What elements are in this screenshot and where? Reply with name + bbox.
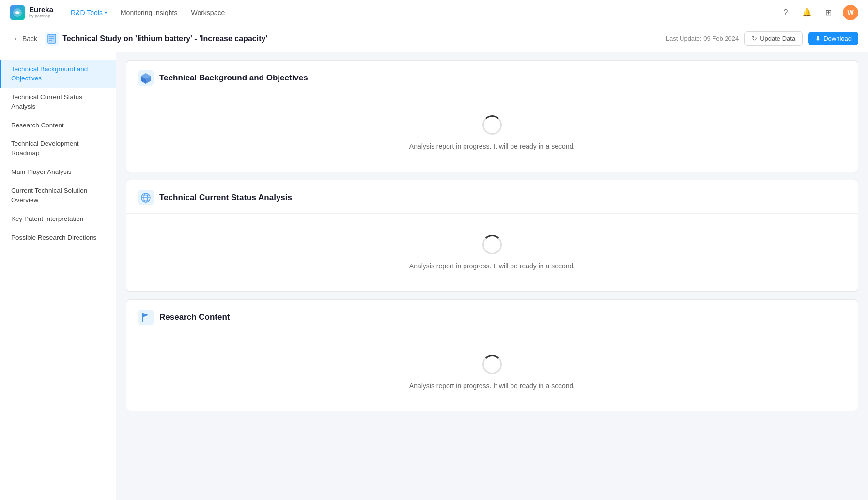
section-technical-background: Technical Background and Objectives Anal…: [126, 60, 858, 172]
sidebar-item-possible-research[interactable]: Possible Research Directions: [0, 229, 116, 248]
section-body-technical-background: Analysis report in progress. It will be …: [126, 94, 858, 172]
sidebar-item-tech-bg[interactable]: Technical Background and Objectives: [0, 60, 116, 88]
logo-title: Eureka: [29, 6, 53, 14]
download-button[interactable]: ⬇ Download: [808, 32, 858, 45]
nav-rd-tools[interactable]: R&D Tools ▾: [65, 6, 113, 19]
page-title: Technical Study on 'lithium battery' - '…: [62, 34, 666, 43]
sidebar-item-current-tech-solution[interactable]: Current Technical Solution Overview: [0, 182, 116, 210]
section-title-technical-current-status: Technical Current Status Analysis: [159, 193, 292, 203]
loading-text-2: Analysis report in progress. It will be …: [409, 262, 575, 270]
main-content: Technical Background and Objectives Anal…: [116, 52, 868, 500]
sub-header: ← Back Technical Study on 'lithium batte…: [0, 25, 868, 52]
svg-rect-18: [138, 310, 154, 325]
sidebar: Technical Background and Objectives Tech…: [0, 52, 116, 500]
loading-spinner-2: [482, 235, 502, 254]
download-icon: ⬇: [815, 35, 821, 42]
loading-text-3: Analysis report in progress. It will be …: [409, 382, 575, 390]
sidebar-item-key-patent[interactable]: Key Patent Interpretation: [0, 210, 116, 229]
loading-spinner-3: [482, 355, 502, 374]
main-layout: Technical Background and Objectives Tech…: [0, 52, 868, 500]
bell-icon[interactable]: 🔔: [800, 6, 814, 19]
sidebar-item-main-player[interactable]: Main Player Analysis: [0, 163, 116, 182]
section-research-content: Research Content Analysis report in prog…: [126, 299, 858, 411]
header-actions: Last Update: 09 Feb 2024 ↻ Update Data ⬇…: [666, 31, 858, 46]
flag-icon: [138, 310, 154, 325]
section-body-research-content: Analysis report in progress. It will be …: [126, 333, 858, 411]
loading-text-1: Analysis report in progress. It will be …: [409, 142, 575, 150]
nav-links: R&D Tools ▾ Monitoring Insights Workspac…: [65, 6, 779, 19]
last-update-text: Last Update: 09 Feb 2024: [666, 35, 739, 42]
refresh-icon: ↻: [752, 35, 757, 42]
section-title-technical-background: Technical Background and Objectives: [159, 73, 308, 83]
back-button[interactable]: ← Back: [10, 33, 41, 45]
loading-spinner-1: [482, 115, 502, 135]
nav-workspace[interactable]: Workspace: [185, 6, 231, 19]
sidebar-item-tech-dev[interactable]: Technical Development Roadmap: [0, 135, 116, 163]
section-body-technical-current-status: Analysis report in progress. It will be …: [126, 214, 858, 291]
nav-right-actions: ? 🔔 ⊞ W: [779, 5, 858, 20]
back-arrow-icon: ←: [14, 35, 20, 43]
section-header-technical-background: Technical Background and Objectives: [126, 61, 858, 94]
nav-monitoring-insights[interactable]: Monitoring Insights: [115, 6, 184, 19]
app-logo[interactable]: Eureka by patsnap: [10, 5, 53, 20]
globe-icon: [138, 190, 154, 205]
3d-box-icon: [138, 70, 154, 86]
section-header-research-content: Research Content: [126, 300, 858, 333]
sidebar-item-research-content[interactable]: Research Content: [0, 116, 116, 135]
logo-icon: [10, 5, 25, 20]
update-data-button[interactable]: ↻ Update Data: [744, 31, 803, 46]
sidebar-item-tech-current[interactable]: Technical Current Status Analysis: [0, 88, 116, 116]
navbar: Eureka by patsnap R&D Tools ▾ Monitoring…: [0, 0, 868, 25]
avatar[interactable]: W: [843, 5, 858, 20]
document-icon: [45, 32, 59, 46]
chevron-down-icon: ▾: [105, 10, 107, 15]
help-icon[interactable]: ?: [779, 6, 792, 19]
section-header-technical-current-status: Technical Current Status Analysis: [126, 180, 858, 214]
section-title-research-content: Research Content: [159, 312, 230, 322]
logo-sub: by patsnap: [29, 14, 53, 19]
section-technical-current-status: Technical Current Status Analysis Analys…: [126, 180, 858, 292]
logo-text: Eureka by patsnap: [29, 6, 53, 18]
grid-icon[interactable]: ⊞: [822, 6, 835, 19]
